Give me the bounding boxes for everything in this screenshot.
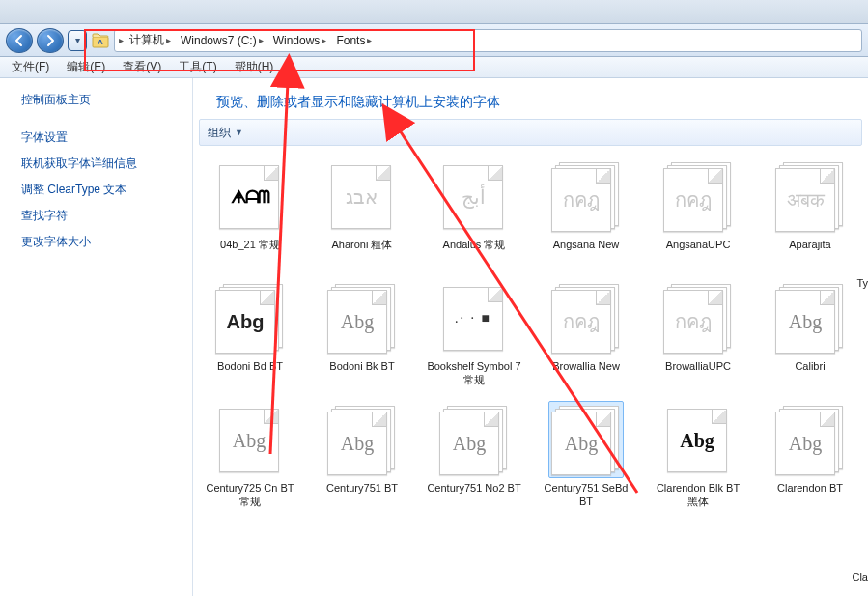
- window-titlebar-strip: [0, 0, 868, 24]
- font-item[interactable]: AbgCentury751 SeBd BT: [539, 401, 633, 509]
- font-item[interactable]: AbgCalibri: [763, 279, 857, 387]
- content-heading: 预览、删除或者显示和隐藏计算机上安装的字体: [193, 78, 868, 119]
- font-thumbnail: Abg: [772, 401, 848, 478]
- breadcrumb-text: Windows7 (C:): [181, 34, 257, 47]
- font-thumbnail: .· · ■: [436, 279, 512, 356]
- font-label: Bookshelf Symbol 7 常规: [427, 360, 521, 387]
- font-label: AngsanaUPC: [651, 239, 745, 266]
- breadcrumb-text: 计算机: [129, 32, 164, 48]
- font-thumbnail: กคฎ: [548, 279, 624, 356]
- menu-tools[interactable]: 工具(T): [175, 57, 220, 77]
- truncated-label: Ty: [856, 277, 868, 289]
- breadcrumb-text: Windows: [273, 34, 321, 47]
- font-preview-glyph: .· · ■: [455, 311, 491, 326]
- breadcrumb-segment[interactable]: Windows7 (C:)▸: [177, 34, 267, 47]
- font-item[interactable]: กคฎAngsanaUPC: [651, 157, 745, 266]
- font-label: Bodoni Bd BT: [203, 360, 297, 387]
- font-preview-glyph: Abg: [565, 433, 598, 455]
- font-item[interactable]: אבגAharoni 粗体: [315, 157, 409, 266]
- font-label: Aparajita: [763, 239, 857, 266]
- font-preview-glyph: אבג: [346, 185, 378, 209]
- font-item[interactable]: AbgBodoni Bd BT: [203, 279, 297, 387]
- font-thumbnail: Abg: [548, 401, 624, 478]
- organize-dropdown[interactable]: 组织 ▼: [208, 125, 243, 141]
- font-thumbnail: أبج: [436, 157, 512, 235]
- font-preview-glyph: أبج: [462, 185, 486, 209]
- chevron-right-icon: ▸: [119, 35, 124, 45]
- sidebar: 控制面板主页 字体设置 联机获取字体详细信息 调整 ClearType 文本 查…: [0, 78, 193, 596]
- font-thumbnail: ᗗᗩᗰ: [212, 157, 288, 235]
- font-item[interactable]: AbgClarendon Blk BT 黑体: [651, 401, 745, 509]
- back-button[interactable]: [6, 28, 33, 53]
- font-preview-glyph: Abg: [453, 433, 486, 455]
- font-thumbnail: Abg: [660, 401, 736, 478]
- font-preview-glyph: Abg: [789, 433, 822, 455]
- breadcrumb-segment[interactable]: Fonts▸: [332, 34, 376, 47]
- font-label: Clarendon BT: [763, 482, 857, 509]
- sidebar-link-cleartype[interactable]: 调整 ClearType 文本: [21, 182, 181, 198]
- font-item[interactable]: अबकAparajita: [763, 157, 857, 266]
- font-label: 04b_21 常规: [203, 239, 297, 266]
- font-preview-glyph: Abg: [789, 311, 822, 333]
- font-thumbnail: Abg: [212, 279, 288, 356]
- menu-file[interactable]: 文件(F): [8, 57, 53, 77]
- font-label: Angsana New: [539, 239, 633, 266]
- breadcrumb-text: Fonts: [336, 34, 365, 47]
- main-area: 控制面板主页 字体设置 联机获取字体详细信息 调整 ClearType 文本 查…: [0, 78, 868, 596]
- font-item[interactable]: AbgCentury751 BT: [315, 401, 409, 509]
- sidebar-link-font-settings[interactable]: 字体设置: [21, 129, 181, 146]
- font-grid-wrap[interactable]: ᗗᗩᗰ04b_21 常规אבגAharoni 粗体أبجAndalus 常规กค…: [193, 154, 868, 596]
- fonts-folder-icon: A: [91, 31, 110, 50]
- font-preview-glyph: Abg: [227, 311, 265, 333]
- font-preview-glyph: Abg: [341, 433, 374, 455]
- content-toolbar: 组织 ▼: [199, 119, 862, 146]
- font-label: Calibri: [763, 360, 857, 387]
- font-thumbnail: Abg: [436, 401, 512, 478]
- sidebar-link-font-size[interactable]: 更改字体大小: [21, 234, 181, 250]
- font-thumbnail: กคฎ: [660, 279, 736, 356]
- font-label: Century725 Cn BT 常规: [203, 482, 297, 509]
- font-item[interactable]: AbgBodoni Bk BT: [315, 279, 409, 387]
- menu-view[interactable]: 查看(V): [119, 57, 165, 77]
- sidebar-link-charmap[interactable]: 查找字符: [21, 208, 181, 224]
- font-item[interactable]: AbgCentury725 Cn BT 常规: [203, 401, 297, 509]
- font-preview-glyph: ᗗᗩᗰ: [231, 186, 268, 208]
- chevron-right-icon: ▸: [166, 35, 171, 45]
- breadcrumb-bar[interactable]: ▸ 计算机▸ Windows7 (C:)▸ Windows▸ Fonts▸: [114, 29, 862, 52]
- font-label: Century751 BT: [315, 482, 409, 509]
- font-preview-glyph: Abg: [233, 430, 266, 452]
- history-dropdown-button[interactable]: ▾: [68, 30, 87, 51]
- font-preview-glyph: Abg: [341, 311, 374, 333]
- font-preview-glyph: กคฎ: [563, 184, 600, 215]
- chevron-right-icon: ▸: [367, 35, 372, 45]
- font-thumbnail: กคฎ: [660, 157, 736, 235]
- breadcrumb-segment[interactable]: Windows▸: [269, 34, 331, 47]
- font-item[interactable]: กคฎBrowallia New: [539, 279, 633, 387]
- font-item[interactable]: AbgClarendon BT: [763, 401, 857, 509]
- font-label: Century751 SeBd BT: [539, 482, 633, 509]
- breadcrumb-segment[interactable]: 计算机▸: [126, 32, 175, 48]
- font-item[interactable]: AbgCentury751 No2 BT: [427, 401, 521, 509]
- font-thumbnail: אבג: [324, 157, 400, 235]
- font-item[interactable]: กคฎBrowalliaUPC: [651, 279, 745, 387]
- font-label: Browallia New: [539, 360, 633, 387]
- sidebar-title[interactable]: 控制面板主页: [21, 92, 181, 108]
- font-label: BrowalliaUPC: [651, 360, 745, 387]
- font-item[interactable]: .· · ■Bookshelf Symbol 7 常规: [427, 279, 521, 387]
- font-item[interactable]: أبجAndalus 常规: [427, 157, 521, 266]
- sidebar-link-online-info[interactable]: 联机获取字体详细信息: [21, 156, 181, 172]
- forward-button[interactable]: [37, 28, 64, 53]
- font-label: Clarendon Blk BT 黑体: [651, 482, 745, 509]
- menu-help[interactable]: 帮助(H): [231, 57, 278, 77]
- font-label: Century751 No2 BT: [427, 482, 521, 509]
- font-item[interactable]: กคฎAngsana New: [539, 157, 633, 266]
- font-thumbnail: अबक: [772, 157, 848, 235]
- font-thumbnail: กคฎ: [548, 157, 624, 235]
- menu-edit[interactable]: 编辑(E): [63, 57, 109, 77]
- chevron-right-icon: ▸: [259, 35, 264, 45]
- font-grid: ᗗᗩᗰ04b_21 常规אבגAharoni 粗体أبجAndalus 常规กค…: [203, 157, 862, 509]
- navigation-bar: ▾ A ▸ 计算机▸ Windows7 (C:)▸ Windows▸ Fonts…: [0, 24, 868, 57]
- chevron-down-icon: ▼: [235, 128, 243, 137]
- font-thumbnail: Abg: [772, 279, 848, 356]
- font-item[interactable]: ᗗᗩᗰ04b_21 常规: [203, 157, 297, 266]
